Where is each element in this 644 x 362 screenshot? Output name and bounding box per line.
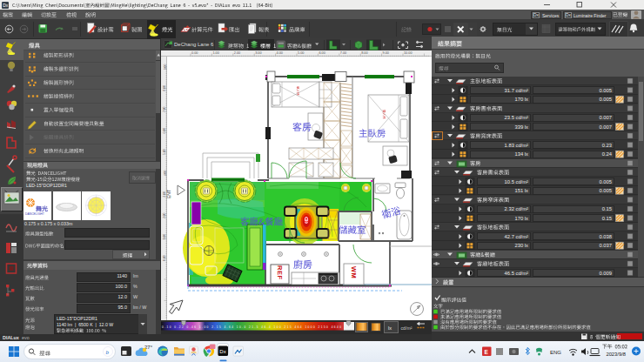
svg-text:3.00: 3.00 xyxy=(255,51,261,55)
svg-text:5.00: 5.00 xyxy=(164,149,167,155)
svg-text:9.00: 9.00 xyxy=(383,51,389,55)
svg-text:10.00: 10.00 xyxy=(404,51,413,55)
svg-text:6.00: 6.00 xyxy=(319,51,325,55)
svg-text:4.00: 4.00 xyxy=(277,51,283,55)
svg-text:5.00: 5.00 xyxy=(298,51,304,55)
svg-text:8.00: 8.00 xyxy=(361,51,367,55)
svg-text:7.00: 7.00 xyxy=(340,51,346,55)
svg-text:4.00: 4.00 xyxy=(164,171,167,177)
svg-text:6.00: 6.00 xyxy=(164,128,167,134)
svg-text:ENT: ENT xyxy=(166,190,171,198)
svg-text:1.00: 1.00 xyxy=(164,234,167,240)
svg-text:0.00: 0.00 xyxy=(164,255,167,261)
svg-text:7.00: 7.00 xyxy=(164,106,167,112)
svg-text:0.00: 0.00 xyxy=(191,51,198,55)
svg-text:8.00: 8.00 xyxy=(164,85,167,91)
svg-text:2.00: 2.00 xyxy=(164,212,167,218)
svg-text:9.00: 9.00 xyxy=(164,64,167,70)
svg-text:1.00: 1.00 xyxy=(212,51,218,55)
svg-text:2.00: 2.00 xyxy=(234,51,240,55)
